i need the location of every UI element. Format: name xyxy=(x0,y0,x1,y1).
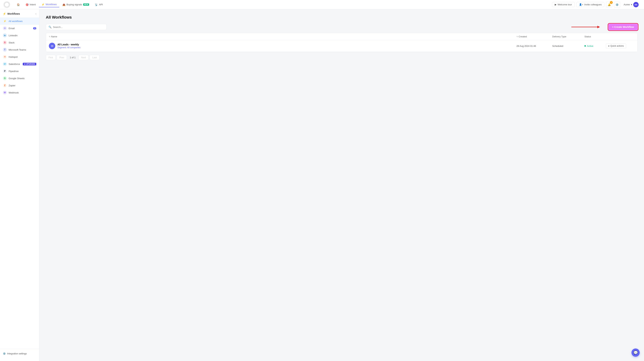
search-icon: 🔍 xyxy=(48,25,52,28)
home-icon: 🏠 xyxy=(17,3,20,6)
sidebar-item-salesforce[interactable]: SF Salesforce ★ UPGRADE xyxy=(0,60,39,67)
col-status-header: Status xyxy=(584,35,606,38)
sidebar-header: ⚡ Workflows ‹ xyxy=(0,12,39,17)
table-header: ⇅ Name ⇅ Created Delivery Type Status xyxy=(46,33,638,40)
sidebar-title: ⚡ Workflows xyxy=(3,12,20,15)
nav-right: ▶ Welcome tour 👤+ Invite colleagues 🔔 1 … xyxy=(552,1,640,8)
chat-icon: 💬 xyxy=(634,351,638,355)
workflows-sidebar-icon: ⚡ xyxy=(3,12,6,15)
new-badge: NEW xyxy=(83,3,89,6)
col-created-header[interactable]: ⇅ Created xyxy=(516,35,552,38)
intent-icon: 🎯 xyxy=(26,3,28,6)
microsoft-teams-icon: T xyxy=(3,48,7,52)
create-workflow-button[interactable]: + Create Workflow xyxy=(608,24,638,30)
table-row: ✉ All Leads - weekly Segment: All compan… xyxy=(46,40,638,52)
invite-colleagues-button[interactable]: 👤+ Invite colleagues xyxy=(576,2,604,7)
email-badge: 1 xyxy=(33,27,36,29)
nav-item-home[interactable]: 🏠 xyxy=(14,2,22,7)
sidebar-item-google-sheets[interactable]: G Google Sheets xyxy=(0,75,39,82)
next-page-button[interactable]: Next xyxy=(78,55,89,60)
webhook-icon: W xyxy=(3,91,7,94)
hubspot-icon: H xyxy=(3,55,7,59)
nav-item-buying-signals[interactable]: 📤 Buying signals NEW xyxy=(60,2,92,7)
sidebar-item-pipedrive[interactable]: P Pipedrive xyxy=(0,67,39,75)
workflow-icon: ✉ xyxy=(49,43,55,49)
workflow-name: All Leads - weekly xyxy=(58,43,80,46)
email-icon: ✉ xyxy=(3,26,7,30)
upgrade-badge[interactable]: ★ UPGRADE xyxy=(23,63,36,65)
arrow-annotation xyxy=(571,25,600,29)
settings-button[interactable]: ⚙️ xyxy=(614,1,620,8)
notification-badge: 1 xyxy=(610,1,613,4)
chat-button[interactable]: 💬 xyxy=(632,349,640,357)
create-workflow-wrapper: + Create Workflow xyxy=(608,24,638,30)
main-layout: ⚡ Workflows ‹ ⚡ All workflows ✉ Email 1 … xyxy=(0,9,644,361)
app-logo[interactable] xyxy=(4,1,10,8)
linkedin-icon: in xyxy=(3,33,7,37)
all-workflows-icon: ⚡ xyxy=(3,19,7,23)
buying-signals-icon: 📤 xyxy=(62,3,66,6)
nav-item-label: Workflows xyxy=(46,3,57,6)
workflows-icon: ⚡ xyxy=(42,3,44,6)
workflow-segment: Segment: All companies xyxy=(58,46,80,49)
first-page-button[interactable]: First xyxy=(46,55,56,60)
slack-icon: S xyxy=(3,40,7,44)
sidebar-item-slack[interactable]: S Slack xyxy=(0,39,39,46)
play-icon: ▶ xyxy=(555,3,556,6)
last-page-button[interactable]: Last xyxy=(90,55,100,60)
chevron-down-icon: ▾ xyxy=(631,3,632,6)
nav-item-intent[interactable]: 🎯 Intent xyxy=(23,2,38,7)
gear-icon: ⚙️ xyxy=(616,3,618,6)
welcome-tour-button[interactable]: ▶ Welcome tour xyxy=(552,2,574,7)
nav-item-workflows[interactable]: ⚡ Workflows xyxy=(39,2,59,7)
google-sheets-icon: G xyxy=(3,76,7,80)
nav-item-api[interactable]: 📡 API xyxy=(92,2,105,7)
user-menu[interactable]: Auree ▾ AA xyxy=(622,1,640,8)
workflow-delivery-type: Scheduled xyxy=(552,45,584,47)
sidebar-item-webhook[interactable]: W Webhook xyxy=(0,89,39,96)
workflow-created: 28 Aug 2024 01:46 xyxy=(516,45,552,47)
main-content: All Workflows 🔍 + Create Workflow xyxy=(39,9,644,361)
search-input[interactable] xyxy=(53,26,104,28)
person-add-icon: 👤+ xyxy=(579,3,583,6)
sidebar-item-zapier[interactable]: Z Zapier xyxy=(0,82,39,89)
segment-value: All companies xyxy=(67,46,80,49)
sidebar-collapse-button[interactable]: ‹ xyxy=(36,12,36,15)
sidebar-item-hubspot[interactable]: H Hubspot xyxy=(0,53,39,60)
prev-page-button[interactable]: Prev xyxy=(57,55,67,60)
user-avatar: AA xyxy=(633,2,639,7)
sidebar-item-email[interactable]: ✉ Email 1 xyxy=(0,25,39,32)
sidebar-footer: ⚙️ Integration settings xyxy=(0,349,39,358)
status-dot xyxy=(584,45,586,47)
sidebar: ⚡ Workflows ‹ ⚡ All workflows ✉ Email 1 … xyxy=(0,9,39,361)
nav-item-label: API xyxy=(99,3,103,6)
sidebar-item-all-workflows[interactable]: ⚡ All workflows xyxy=(0,17,39,25)
pipedrive-icon: P xyxy=(3,69,7,73)
workflow-name-cell: ✉ All Leads - weekly Segment: All compan… xyxy=(49,43,516,49)
salesforce-icon: SF xyxy=(3,62,7,66)
red-arrow-svg xyxy=(571,25,600,29)
star-icon: ★ xyxy=(24,63,26,65)
pagination: First Prev 1 of 1 Next Last xyxy=(46,55,638,60)
workflow-actions-cell: ▾ Quick actions xyxy=(606,43,634,49)
user-name: Auree xyxy=(624,3,630,6)
svg-marker-1 xyxy=(597,26,600,28)
top-navigation: 🏠 🎯 Intent ⚡ Workflows 📤 Buying signals … xyxy=(0,0,644,9)
search-box[interactable]: 🔍 xyxy=(46,24,106,30)
integration-settings-item[interactable]: ⚙️ Integration settings xyxy=(3,351,36,356)
nav-item-label: Buying signals xyxy=(66,3,82,6)
workflow-status: Active xyxy=(584,45,606,47)
nav-items: 🏠 🎯 Intent ⚡ Workflows 📤 Buying signals … xyxy=(14,2,552,7)
nav-item-label: Intent xyxy=(30,3,36,6)
notifications-button[interactable]: 🔔 1 xyxy=(606,1,612,8)
col-delivery-header: Delivery Type xyxy=(552,35,584,38)
sort-icon: ⇅ xyxy=(49,35,50,37)
zapier-icon: Z xyxy=(3,83,7,87)
quick-actions-button[interactable]: ▾ Quick actions xyxy=(606,43,626,49)
sidebar-item-linkedin[interactable]: in Linkedin xyxy=(0,32,39,39)
workflow-info: All Leads - weekly Segment: All companie… xyxy=(58,43,80,49)
sidebar-item-microsoft-teams[interactable]: T Microsoft Teams xyxy=(0,46,39,53)
col-name-header[interactable]: ⇅ Name xyxy=(49,35,516,38)
page-info: 1 of 1 xyxy=(68,55,78,60)
api-icon: 📡 xyxy=(95,3,98,6)
